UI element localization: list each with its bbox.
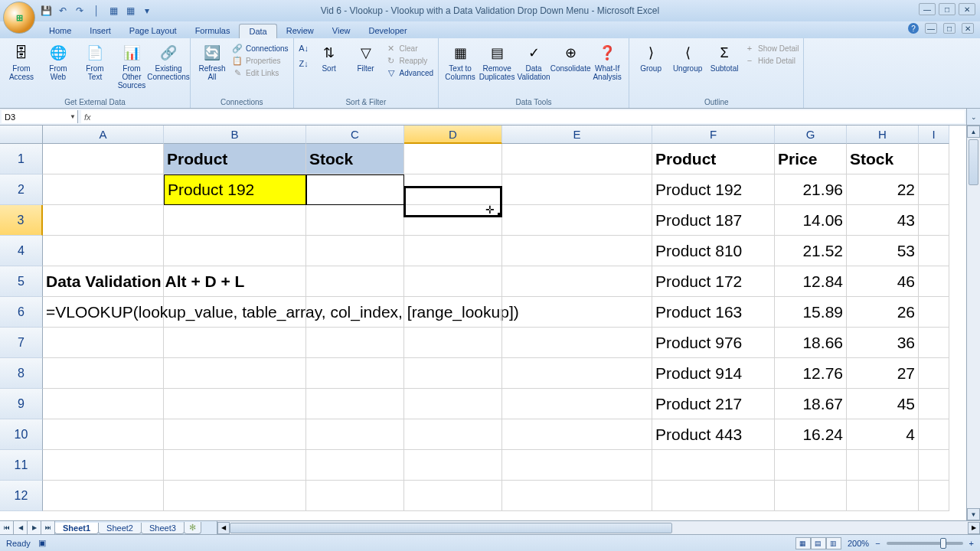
column-header[interactable]: B — [164, 126, 306, 144]
cell-E1[interactable] — [502, 144, 652, 174]
sheet-tab[interactable]: Sheet2 — [98, 523, 142, 534]
tab-formulas[interactable]: Formulas — [186, 24, 240, 38]
qat-custom2-icon[interactable]: ▦ — [124, 5, 136, 17]
scroll-up-icon[interactable]: ▲ — [967, 126, 980, 138]
cell-A10[interactable] — [43, 419, 164, 450]
cell-F1[interactable]: Product — [652, 144, 775, 174]
cell-C10[interactable] — [306, 419, 404, 450]
filter-button[interactable]: ▽Filter — [349, 40, 383, 73]
cell-B3[interactable] — [164, 205, 306, 236]
cell-G12[interactable] — [775, 481, 847, 511]
cell-I2[interactable] — [919, 174, 949, 205]
horizontal-scrollbar[interactable]: ◀ ▶ — [217, 521, 980, 534]
cell-I4[interactable] — [919, 236, 949, 266]
cell-E7[interactable] — [502, 328, 652, 358]
cell-E8[interactable] — [502, 358, 652, 389]
sort-desc-button[interactable]: Z↓ — [299, 58, 309, 69]
cell-I3[interactable] — [919, 205, 949, 236]
cell-D2[interactable] — [404, 174, 502, 205]
minimize-button[interactable]: — — [919, 3, 936, 15]
office-button[interactable]: ⊞ — [3, 2, 35, 34]
cell-F3[interactable]: Product 187 — [652, 205, 775, 236]
cell-B1[interactable]: Product — [164, 144, 306, 174]
qat-custom-icon[interactable]: ▦ — [107, 5, 119, 17]
cell-F9[interactable]: Product 217 — [652, 389, 775, 419]
cell-F11[interactable] — [652, 450, 775, 481]
row-header[interactable]: 1 — [0, 144, 43, 174]
cell-D5[interactable] — [404, 266, 502, 297]
cell-H4[interactable]: 53 — [847, 236, 919, 266]
cell-G9[interactable]: 18.67 — [775, 389, 847, 419]
cell-A6[interactable]: =VLOOKUP(lookup_value, table_array, col_… — [43, 297, 164, 328]
cell-H5[interactable]: 46 — [847, 266, 919, 297]
cell-I10[interactable] — [919, 419, 949, 450]
cell-A3[interactable] — [43, 205, 164, 236]
from-other-button[interactable]: 📊From Other Sources — [115, 40, 149, 90]
row-header[interactable]: 3 — [0, 205, 43, 236]
tab-insert[interactable]: Insert — [80, 24, 120, 38]
cell-E2[interactable] — [502, 174, 652, 205]
cell-D8[interactable] — [404, 358, 502, 389]
column-header[interactable]: E — [502, 126, 652, 144]
cell-F8[interactable]: Product 914 — [652, 358, 775, 389]
advanced-button[interactable]: ▽Advanced — [386, 67, 433, 78]
cell-F12[interactable] — [652, 481, 775, 511]
qat-dropdown-icon[interactable]: ▾ — [141, 5, 153, 17]
scroll-left-icon[interactable]: ◀ — [217, 522, 230, 534]
cell-A7[interactable] — [43, 328, 164, 358]
column-header[interactable]: G — [775, 126, 847, 144]
formula-input[interactable]: fx — [81, 110, 965, 123]
worksheet-grid[interactable]: 123456789101112 ABCDEFGHI ProductStockPr… — [0, 126, 980, 520]
cell-D10[interactable] — [404, 419, 502, 450]
ribbon-restore-icon[interactable]: □ — [943, 23, 956, 34]
row-header[interactable]: 2 — [0, 174, 43, 205]
cell-E6[interactable] — [502, 297, 652, 328]
cell-H12[interactable] — [847, 481, 919, 511]
tab-home[interactable]: Home — [40, 24, 80, 38]
cell-B2[interactable]: Product 192 — [164, 174, 306, 205]
cell-F5[interactable]: Product 172 — [652, 266, 775, 297]
cell-F10[interactable]: Product 443 — [652, 419, 775, 450]
cell-G5[interactable]: 12.84 — [775, 266, 847, 297]
zoom-in-icon[interactable]: + — [969, 539, 974, 548]
connections-button[interactable]: 🔗Connections — [232, 43, 289, 54]
row-header[interactable]: 9 — [0, 389, 43, 419]
sort-asc-button[interactable]: A↓ — [299, 43, 309, 54]
cell-B9[interactable] — [164, 389, 306, 419]
cell-B11[interactable] — [164, 450, 306, 481]
cell-E9[interactable] — [502, 389, 652, 419]
ungroup-button[interactable]: ⟨Ungroup — [671, 40, 704, 73]
cell-B12[interactable] — [164, 481, 306, 511]
zoom-out-icon[interactable]: − — [875, 539, 880, 548]
cell-D4[interactable] — [404, 236, 502, 266]
ribbon-minimize-icon[interactable]: — — [925, 23, 937, 34]
select-all-corner[interactable] — [0, 126, 43, 144]
cell-C9[interactable] — [306, 389, 404, 419]
cell-D11[interactable] — [404, 450, 502, 481]
cell-G3[interactable]: 14.06 — [775, 205, 847, 236]
column-header[interactable]: I — [919, 126, 949, 144]
cell-H3[interactable]: 43 — [847, 205, 919, 236]
cell-I5[interactable] — [919, 266, 949, 297]
cell-G2[interactable]: 21.96 — [775, 174, 847, 205]
group-button[interactable]: ⟩Group — [634, 40, 668, 73]
cell-G7[interactable]: 18.66 — [775, 328, 847, 358]
zoom-level[interactable]: 200% — [848, 539, 869, 548]
consolidate-button[interactable]: ⊕Consolidate — [554, 40, 587, 73]
maximize-button[interactable]: □ — [939, 3, 956, 15]
sheet-tab[interactable]: Sheet3 — [141, 523, 185, 534]
chevron-down-icon[interactable]: ▼ — [70, 113, 76, 120]
cell-C6[interactable] — [306, 297, 404, 328]
cell-C11[interactable] — [306, 450, 404, 481]
cell-A2[interactable] — [43, 174, 164, 205]
cell-C2[interactable] — [306, 174, 404, 205]
cell-A12[interactable] — [43, 481, 164, 511]
scroll-down-icon[interactable]: ▼ — [967, 508, 980, 520]
column-header[interactable]: C — [306, 126, 404, 144]
undo-icon[interactable]: ↶ — [57, 5, 69, 17]
column-header[interactable]: A — [43, 126, 164, 144]
column-header[interactable]: F — [652, 126, 775, 144]
macro-record-icon[interactable]: ▣ — [38, 538, 46, 548]
fx-icon[interactable]: fx — [84, 112, 91, 122]
save-icon[interactable]: 💾 — [40, 5, 52, 17]
